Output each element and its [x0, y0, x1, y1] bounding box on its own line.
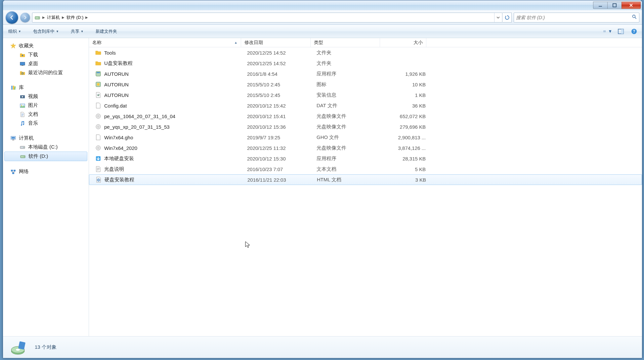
music-icon [20, 120, 25, 126]
forward-button[interactable] [20, 13, 30, 22]
titlebar [3, 0, 642, 10]
file-type-cell: 光盘映像文件 [313, 145, 383, 151]
file-name-cell: 硬盘安装教程 [92, 176, 244, 183]
sidebar-item-pictures[interactable]: 图片 [4, 101, 87, 110]
new-folder-button[interactable]: 新建文件夹 [94, 27, 119, 36]
file-row[interactable]: Win7x64_20202020/12/25 11:32光盘映像文件3,874,… [89, 143, 642, 153]
chevron-down-icon: ▼ [18, 30, 21, 33]
file-date-cell: 2020/12/25 14:52 [244, 50, 313, 56]
crumb-drive[interactable]: 软件 (D:) [65, 13, 85, 22]
sidebar-head-network[interactable]: 网络 [4, 167, 87, 176]
file-row[interactable]: 硬盘安装教程2016/11/21 22:03HTML 文档3 KB [89, 174, 642, 185]
file-type-cell: HTML 文档 [314, 177, 383, 183]
view-mode-button[interactable]: ▼ [603, 27, 612, 36]
file-icon [95, 81, 102, 88]
sidebar-item-videos[interactable]: 视频 [4, 92, 87, 101]
crumb-computer[interactable]: 计算机 [46, 13, 61, 22]
library-icon [10, 85, 16, 91]
include-menu[interactable]: 包含到库中 ▼ [31, 27, 61, 36]
back-button[interactable] [6, 11, 18, 24]
crumb-sep-icon: ▶ [61, 16, 65, 19]
status-bar: 13 个对象 [3, 336, 642, 358]
file-row[interactable]: AUTORUN2015/5/10 2:45安装信息1 KB [89, 90, 642, 100]
file-size-cell: 3,874,126 ... [383, 145, 429, 151]
minimize-button[interactable] [593, 2, 608, 9]
file-date-cell: 2019/9/7 19:25 [244, 135, 313, 140]
sidebar-head-favorites[interactable]: 收藏夹 [4, 41, 87, 50]
file-row[interactable]: AUTORUN2016/1/8 4:54应用程序1,926 KB [89, 68, 642, 79]
svg-rect-7 [603, 31, 604, 32]
file-row[interactable]: Win7x64.gho2019/9/7 19:25GHO 文件2,900,813… [89, 132, 642, 143]
file-icon [95, 123, 102, 130]
file-type-cell: 文本文档 [313, 166, 383, 172]
svg-point-37 [97, 83, 100, 86]
sidebar-head-computer[interactable]: 计算机 [4, 134, 87, 143]
file-row[interactable]: Config.dat2020/10/12 15:42DAT 文件36 KB [89, 100, 642, 111]
sidebar-item-documents[interactable]: 文档 [4, 110, 87, 119]
sidebar-item-music[interactable]: 音乐 [4, 119, 87, 128]
sort-asc-icon: ▲ [234, 41, 237, 44]
column-type[interactable]: 类型 [311, 38, 380, 47]
file-icon [95, 70, 102, 77]
maximize-button[interactable] [607, 2, 622, 9]
file-row[interactable]: pe_yqs_1064_20_07_31_16_042020/10/12 15:… [89, 111, 642, 121]
drive-icon [20, 144, 25, 150]
address-wrap: ▶ 计算机 ▶ 软件 (D:) ▶ [32, 13, 639, 22]
sidebar-item-drive-c[interactable]: 本地磁盘 (C:) [4, 143, 87, 152]
svg-text:?: ? [633, 29, 635, 34]
file-date-cell: 2016/1/8 4:54 [244, 71, 313, 77]
file-row[interactable]: pe_yqs_xp_20_07_31_15_532020/10/12 15:36… [89, 121, 642, 132]
toolbar-right: ▼ ? [603, 27, 639, 36]
sidebar-item-desktop[interactable]: 桌面 [4, 59, 87, 68]
file-list[interactable]: Tools2020/12/25 14:52文件夹U盘安装教程2020/12/25… [89, 47, 642, 185]
svg-rect-20 [14, 86, 16, 89]
file-name-cell: pe_yqs_xp_20_07_31_15_53 [92, 123, 244, 130]
file-row[interactable]: AUTORUN2015/5/10 2:45图标10 KB [89, 79, 642, 90]
search-box[interactable] [514, 13, 639, 22]
file-size-cell: 3 KB [383, 177, 429, 183]
nav-sidebar: 收藏夹 下载 桌面 最近访问的位置 库 [3, 38, 89, 336]
file-row[interactable]: U盘安装教程2020/12/25 14:52文件夹 [89, 58, 642, 68]
sidebar-item-recent[interactable]: 最近访问的位置 [4, 68, 87, 77]
file-type-cell: 安装信息 [313, 92, 383, 98]
explorer-window: ▶ 计算机 ▶ 软件 (D:) ▶ 组织 [3, 0, 642, 358]
svg-rect-1 [613, 4, 616, 7]
file-type-cell: GHO 文件 [313, 134, 383, 141]
file-row[interactable]: Tools2020/12/25 14:52文件夹 [89, 47, 642, 58]
file-icon [95, 134, 102, 141]
refresh-button[interactable] [502, 13, 512, 22]
network-icon [10, 169, 16, 175]
svg-point-30 [24, 156, 24, 157]
sidebar-head-libraries[interactable]: 库 [4, 83, 87, 92]
file-name: 硬盘安装教程 [105, 177, 134, 183]
sidebar-item-downloads[interactable]: 下载 [4, 50, 87, 59]
document-icon [20, 112, 25, 117]
organize-menu[interactable]: 组织 ▼ [6, 27, 23, 36]
share-menu[interactable]: 共享 ▼ [69, 27, 86, 36]
help-button[interactable]: ? [629, 27, 639, 36]
file-type-cell: 文件夹 [313, 50, 383, 56]
file-date-cell: 2015/5/10 2:45 [244, 82, 313, 87]
sidebar-label: 收藏夹 [19, 43, 34, 49]
file-name: Win7x64.gho [104, 135, 133, 140]
file-date-cell: 2016/11/21 22:03 [244, 177, 314, 183]
column-size[interactable]: 大小 [380, 38, 426, 47]
column-date[interactable]: 修改日期 [241, 38, 311, 47]
file-row[interactable]: 本地硬盘安装2020/10/12 15:30应用程序28,315 KB [89, 153, 642, 164]
address-bar[interactable]: ▶ 计算机 ▶ 软件 (D:) ▶ [32, 13, 502, 22]
file-name: Win7x64_2020 [104, 145, 137, 151]
file-type-cell: 文件夹 [313, 60, 383, 67]
chevron-down-icon: ▼ [608, 29, 612, 34]
file-size-cell: 36 KB [383, 103, 429, 109]
preview-pane-button[interactable] [616, 27, 625, 36]
file-icon [95, 92, 102, 98]
close-button[interactable] [622, 2, 641, 9]
address-dropdown[interactable] [494, 13, 501, 22]
recent-icon [20, 70, 25, 76]
column-name[interactable]: 名称 ▲ [89, 38, 241, 47]
search-input[interactable] [516, 15, 632, 20]
sidebar-item-drive-d[interactable]: 软件 (D:) [4, 152, 87, 161]
svg-rect-0 [599, 6, 602, 7]
file-row[interactable]: 光盘说明2016/10/23 7:07文本文档5 KB [89, 164, 642, 174]
content-body: 收藏夹 下载 桌面 最近访问的位置 库 [3, 38, 642, 336]
